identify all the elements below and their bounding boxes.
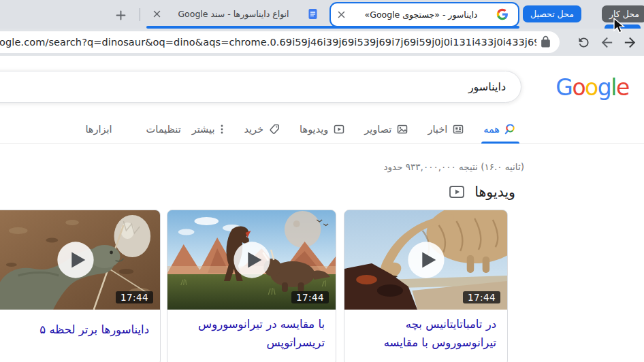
more-icon (219, 123, 225, 135)
google-g-icon (496, 8, 508, 20)
video-title[interactable]: ‎۵ ‎لحظه ‎برتر ‎دایناسورها (0, 310, 160, 340)
menu-tools[interactable]: ابزارها (85, 114, 112, 144)
video-card[interactable]: 17:44 ‎تیرانوسوروس ‎در ‎مقایسه ‎با ‎تریس… (167, 210, 336, 362)
video-thumbnail[interactable]: 17:44 (0, 210, 160, 310)
tab-separator (140, 8, 140, 21)
logo-letter: o (572, 74, 585, 101)
tab-title: دایناسور - «جستجوی Google» (350, 3, 492, 26)
logo-letter: G (556, 74, 572, 101)
tab-label: ویدیوها (300, 124, 328, 135)
new-tab-button[interactable] (111, 5, 130, 24)
video-title-line: ‎مقایسه ‎با ‎تیرانوسوروس (355, 334, 496, 352)
logo-letter: l (611, 74, 616, 101)
video-card[interactable]: 17:44 ‎بچه ‎تامباتایتانیس ‎در ‎مقایسه ‎ب… (344, 210, 508, 362)
url-text: ogle.com/search?q=dinosaur&oq=dino&aqs=c… (0, 31, 536, 53)
video-title-line: ‎۵ ‎لحظه ‎برتر ‎دایناسورها (2, 321, 149, 340)
logo-letter: e (616, 74, 629, 101)
logo-letter: o (585, 74, 598, 101)
play-button[interactable] (231, 240, 272, 280)
videos-play-icon (448, 183, 466, 201)
video-icon (333, 123, 345, 135)
videos-heading: ویدیوها (448, 183, 515, 201)
video-duration: 17:44 (291, 291, 329, 303)
address-bar[interactable]: ogle.com/search?q=dinosaur&oq=dino&aqs=c… (0, 31, 560, 53)
tab-docs[interactable]: انواع دایناسورها - سند Google (146, 0, 329, 28)
video-title-line: ‎بچه ‎تامباتایتانیس ‎در (355, 316, 496, 334)
video-duration: 17:44 (116, 291, 153, 303)
tab-label: تصاویر (364, 124, 391, 135)
menu-label: ابزارها (85, 124, 112, 135)
tab-more[interactable]: بیشتر (192, 114, 225, 144)
play-button[interactable] (56, 240, 96, 280)
google-logo: G o o g l e (556, 73, 628, 101)
close-icon[interactable] (150, 7, 163, 20)
tab-title: انواع دایناسورها - سند Google (165, 0, 302, 28)
tab-label: اخبار (428, 124, 447, 135)
tab-news[interactable]: اخبار (428, 114, 464, 144)
mouse-cursor (611, 18, 626, 37)
videos-heading-text: ویدیوها (474, 184, 515, 200)
reload-button[interactable] (574, 33, 593, 52)
video-card[interactable]: 17:44 ‎۵ ‎لحظه ‎برتر ‎دایناسورها (0, 210, 161, 362)
tab-search-active[interactable]: دایناسور - «جستجوی Google» (329, 2, 519, 27)
video-thumbnail[interactable]: 17:44 (344, 210, 507, 310)
video-duration: 17:44 (463, 291, 500, 303)
tab-shopping[interactable]: خرید (244, 114, 280, 144)
result-stats: ‎حدود ‎۹۳۳,۰۰۰,۰۰۰ ‎نتیجه ‎(۱۶.۰ ‎ثانیه) (384, 161, 524, 172)
images-icon (396, 123, 408, 135)
lock-icon[interactable] (539, 35, 552, 51)
tab-label: بیشتر (192, 124, 215, 135)
video-title-line: ‎تیرانوسوروس ‎در ‎مقایسه ‎با (178, 316, 325, 334)
search-icon (504, 122, 517, 135)
tab-videos[interactable]: ویدیوها (300, 114, 345, 144)
menu-label: تنظیمات (146, 124, 181, 135)
close-icon[interactable] (335, 8, 347, 20)
search-query-text: دایناسور (468, 71, 506, 102)
logo-letter: g (598, 74, 611, 101)
menu-settings[interactable]: تنظیمات (146, 114, 181, 144)
tab-label: همه (483, 124, 500, 135)
video-thumbnail[interactable]: 17:44 (167, 210, 336, 310)
video-title[interactable]: ‎تیرانوسوروس ‎در ‎مقایسه ‎با ‎تریسراتوپس (167, 310, 336, 352)
video-title[interactable]: ‎بچه ‎تامباتایتانیس ‎در ‎مقایسه ‎با ‎تیر… (344, 310, 507, 352)
shopping-tag-icon (268, 123, 280, 135)
tab-images[interactable]: تصاویر (364, 114, 408, 144)
search-input[interactable]: دایناسور (0, 71, 521, 103)
search-nav-row: همه اخبار تصاویر (0, 114, 644, 144)
news-icon (452, 123, 464, 135)
browser-window: انواع دایناسورها - سند Google دایناسور -… (0, 0, 644, 362)
google-docs-icon (307, 8, 319, 20)
search-nav-items: همه اخبار تصاویر (85, 114, 517, 144)
plus-icon (116, 10, 126, 20)
video-title-line: ‎تریسراتوپس (178, 334, 325, 352)
tab-label: خرید (244, 124, 263, 135)
tab-all[interactable]: همه (483, 114, 517, 144)
tab-group-chip-study[interactable]: محل تحصیل (523, 5, 581, 22)
play-button[interactable] (406, 240, 446, 280)
tab-strip: انواع دایناسورها - سند Google دایناسور -… (0, 0, 644, 29)
